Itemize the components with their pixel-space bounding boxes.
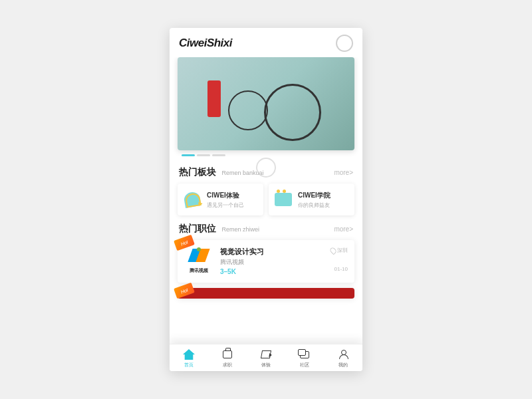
- company-logo-text: 腾讯视频: [190, 267, 208, 274]
- tab-mine[interactable]: 我的: [336, 348, 350, 368]
- tab-label: 社区: [300, 362, 309, 368]
- job-company: 腾讯视频: [220, 258, 324, 267]
- app-logo: CiweiShixi: [179, 37, 232, 50]
- category-cards: CIWEI体验 遇见另一个自己 CIWEI学院 你的良师益友: [178, 184, 354, 215]
- carousel-dot[interactable]: [212, 154, 225, 156]
- location-icon: 深圳: [331, 247, 348, 254]
- job-card[interactable]: Hot: [178, 288, 354, 299]
- loading-spinner-icon: [256, 158, 276, 178]
- search-icon[interactable]: [336, 35, 353, 52]
- tab-experience[interactable]: 体验: [259, 348, 273, 368]
- company-logo: 腾讯视频: [184, 247, 213, 276]
- hot-badge: Hot: [174, 283, 195, 299]
- carousel-dot[interactable]: [197, 154, 210, 156]
- card-desc: 遇见另一个自己: [207, 201, 244, 209]
- section-title: 热门板块: [179, 166, 216, 177]
- app-screen: CiweiShixi 热门板块 Remen bankuai more> CIWE…: [170, 28, 362, 371]
- job-location: 深圳: [337, 247, 348, 254]
- megaphone-icon: [259, 348, 273, 360]
- more-link[interactable]: more>: [334, 169, 353, 176]
- header: CiweiShixi: [170, 28, 362, 57]
- more-link[interactable]: more>: [334, 225, 353, 233]
- job-card[interactable]: Hot 腾讯视频 视觉设计实习 腾讯视频 3–5K 深圳 01-10: [178, 240, 354, 283]
- chat-icon: [298, 348, 311, 360]
- card-title: CIWEI体验: [207, 191, 244, 200]
- tab-community[interactable]: 社区: [298, 348, 311, 368]
- card-tiyan[interactable]: CIWEI体验 遇见另一个自己: [178, 184, 263, 215]
- tab-label: 我的: [338, 362, 348, 368]
- briefcase-icon: [221, 348, 234, 360]
- content-area: 热门板块 Remen bankuai more> CIWEI体验 遇见另一个自己…: [170, 57, 362, 344]
- camera-icon: [274, 190, 293, 209]
- heart-play-icon: [183, 190, 201, 209]
- tab-label: 求职: [223, 362, 232, 368]
- section-header-zhiwei: 热门职位 Remen zhiwei more>: [178, 215, 354, 240]
- tab-home[interactable]: 首页: [182, 348, 196, 368]
- section-title: 热门职位: [179, 223, 216, 233]
- home-icon: [182, 348, 196, 360]
- job-title: 视觉设计实习: [220, 247, 324, 257]
- tab-label: 体验: [261, 362, 271, 368]
- card-xueyuan[interactable]: CIWEI学院 你的良师益友: [269, 184, 354, 215]
- card-title: CIWEI学院: [298, 191, 331, 200]
- tab-label: 首页: [184, 362, 194, 368]
- tab-job[interactable]: 求职: [221, 348, 234, 368]
- tab-bar: 首页 求职 体验 社区 我的: [170, 344, 362, 371]
- user-icon: [336, 348, 350, 360]
- section-subtitle: Remen zhiwei: [221, 226, 259, 233]
- card-desc: 你的良师益友: [298, 201, 331, 209]
- carousel-dot[interactable]: [182, 154, 195, 156]
- hero-banner[interactable]: [178, 57, 354, 150]
- carousel-dots: [178, 154, 354, 156]
- job-salary: 3–5K: [220, 268, 324, 275]
- job-date: 01-10: [334, 266, 348, 272]
